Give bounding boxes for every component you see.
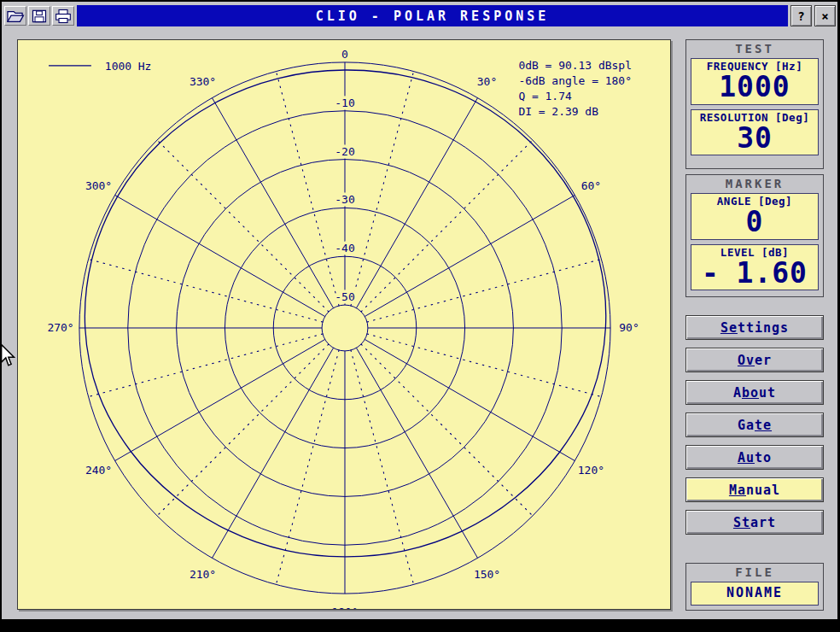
svg-text:-20: -20 <box>335 145 354 158</box>
marker-group: MARKER ANGLE [Deg]0LEVEL [dB]-1.60 <box>685 174 824 297</box>
polar-chart: 0-10-20-30-40-5030°60°90°120°150°180°210… <box>18 40 670 609</box>
mouse-cursor <box>0 343 15 367</box>
open-folder-icon <box>6 9 25 24</box>
save-file-button[interactable] <box>28 6 50 26</box>
auto-button[interactable]: Auto <box>685 445 824 470</box>
svg-text:90°: 90° <box>619 321 639 334</box>
svg-text:180°: 180° <box>331 606 358 609</box>
svg-text:60°: 60° <box>581 179 601 192</box>
annotation-line: DI = 2.39 dB <box>518 105 598 118</box>
file-group-title: FILE <box>686 564 823 581</box>
app-window: CLIO - POLAR RESPONSE ? × 0-10-20-30-40-… <box>2 2 837 619</box>
title-bar-row: CLIO - POLAR RESPONSE ? × <box>3 5 836 26</box>
angle-value: 0 <box>691 208 818 239</box>
minus-sign: - <box>702 259 720 289</box>
svg-text:-30: -30 <box>335 193 354 206</box>
svg-text:-10: -10 <box>335 97 354 109</box>
floppy-disk-icon <box>31 9 48 24</box>
action-buttons: SettingsOverAboutGateAutoManualStart <box>685 315 824 542</box>
print-button[interactable] <box>52 6 74 26</box>
svg-text:240°: 240° <box>85 464 112 477</box>
about-button[interactable]: About <box>685 380 824 405</box>
annotations: 0dB = 90.13 dBspl-6dB angle = 180°Q = 1.… <box>518 59 632 118</box>
svg-text:0: 0 <box>341 48 348 61</box>
printer-icon <box>55 9 72 24</box>
svg-text:210°: 210° <box>190 568 216 581</box>
svg-text:270°: 270° <box>47 321 73 334</box>
window-title: CLIO - POLAR RESPONSE <box>316 9 550 24</box>
test-fields: FREQUENCY [Hz]1000RESOLUTION [Deg]30 <box>686 58 823 155</box>
annotation-line: 0dB = 90.13 dBspl <box>518 59 632 72</box>
marker-fields: ANGLE [Deg]0LEVEL [dB]-1.60 <box>686 193 823 290</box>
file-name-display: NONAME <box>691 582 819 606</box>
resolution-display: RESOLUTION [Deg]30 <box>691 109 819 156</box>
angle-display: ANGLE [Deg]0 <box>691 193 819 240</box>
svg-text:300°: 300° <box>85 179 112 192</box>
svg-text:120°: 120° <box>578 464 604 477</box>
resolution-value: 30 <box>691 124 818 155</box>
svg-text:330°: 330° <box>190 75 216 88</box>
close-button[interactable]: × <box>814 5 836 26</box>
settings-button[interactable]: Settings <box>685 315 824 340</box>
level-magnitude: 1.60 <box>737 259 808 289</box>
test-group: TEST FREQUENCY [Hz]1000RESOLUTION [Deg]3… <box>685 39 824 169</box>
svg-text:-50: -50 <box>335 290 354 303</box>
test-group-title: TEST <box>686 40 823 57</box>
title-bar[interactable]: CLIO - POLAR RESPONSE <box>77 5 788 26</box>
file-name: NONAME <box>691 582 818 605</box>
file-group: FILE NONAME <box>685 563 824 611</box>
level-display: LEVEL [dB]-1.60 <box>691 244 819 291</box>
svg-text:150°: 150° <box>474 568 500 581</box>
open-file-button[interactable] <box>4 6 26 26</box>
annotation-line: Q = 1.74 <box>518 90 572 102</box>
response-curve <box>85 70 605 557</box>
over-button[interactable]: Over <box>685 348 824 372</box>
frequency-value: 1000 <box>691 73 818 104</box>
help-button[interactable]: ? <box>790 5 812 26</box>
level-value: -1.60 <box>691 259 818 290</box>
toolbar <box>3 5 77 26</box>
manual-button[interactable]: Manual <box>685 477 824 502</box>
legend-label: 1000 Hz <box>105 60 152 73</box>
start-button[interactable]: Start <box>685 510 824 535</box>
svg-text:30°: 30° <box>477 75 497 88</box>
polar-plot-panel: 0-10-20-30-40-5030°60°90°120°150°180°210… <box>17 39 671 610</box>
gate-button[interactable]: Gate <box>685 413 824 437</box>
marker-group-title: MARKER <box>686 175 823 192</box>
svg-text:-40: -40 <box>335 242 354 255</box>
frequency-display: FREQUENCY [Hz]1000 <box>691 58 819 105</box>
annotation-line: -6dB angle = 180° <box>518 74 632 87</box>
